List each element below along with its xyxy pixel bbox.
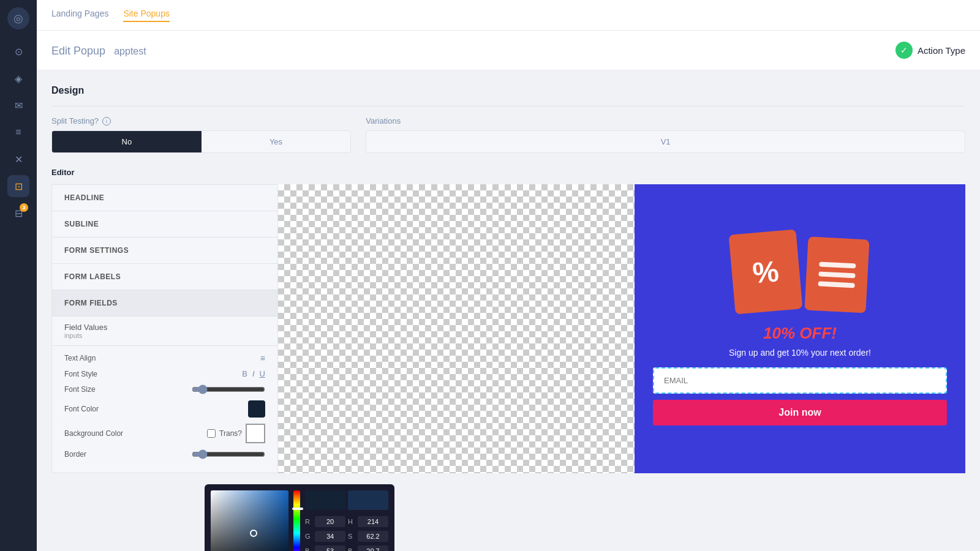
border-slider[interactable]: [192, 449, 265, 459]
b2-input[interactable]: [358, 545, 388, 551]
text-align-value: ≡: [260, 353, 265, 363]
font-style-value: B I U: [242, 369, 265, 378]
menu-form-settings[interactable]: FORM SETTINGS: [52, 238, 277, 264]
sidebar: ◎ ⊙ ◈ ✉ ≡ ✕ ⊡ ⊟ 3: [0, 0, 37, 551]
tab-landing-pages[interactable]: Landing Pages: [51, 9, 108, 22]
analytics-icon: ◈: [15, 73, 22, 84]
s-label: S: [348, 533, 355, 540]
font-style-row: Font Style B I U: [64, 369, 265, 378]
picker-dot: [250, 530, 257, 537]
split-testing-toggle: No Yes: [51, 130, 351, 153]
align-left-icon[interactable]: ≡: [260, 353, 265, 363]
logo-icon: ◎: [13, 12, 23, 25]
underline-icon[interactable]: U: [260, 369, 265, 378]
color-preview-new: [305, 490, 345, 510]
font-size-slider[interactable]: [192, 384, 265, 394]
page-header: Edit Popup apptest ✓ Action Type: [37, 31, 980, 70]
s-input[interactable]: [358, 531, 388, 542]
h-input[interactable]: [358, 516, 388, 527]
b-label: B: [305, 547, 312, 551]
bg-color-area: Trans?: [207, 424, 265, 443]
sidebar-icon-email[interactable]: ✉: [7, 94, 29, 116]
hue-indicator: [292, 508, 303, 510]
integrations-icon: ✕: [15, 154, 23, 165]
field-values-label: Field Values: [64, 323, 265, 332]
hue-slider[interactable]: [293, 490, 300, 551]
split-testing-col: Split Testing? i No Yes: [51, 116, 351, 153]
font-color-row: Font Color: [64, 400, 265, 418]
field-values-area: Field Values inputs: [52, 317, 277, 346]
border-row: Border: [64, 449, 265, 459]
sidebar-icon-pages[interactable]: ≡: [7, 121, 29, 143]
bg-color-swatch[interactable]: [246, 424, 265, 443]
font-color-swatch[interactable]: [248, 400, 265, 418]
editor-area: HEADLINE SUBLINE FORM SETTINGS FORM LABE…: [51, 184, 965, 473]
action-type-check-icon: ✓: [895, 42, 913, 59]
percent-tag: %: [729, 229, 803, 314]
editor-panel: HEADLINE SUBLINE FORM SETTINGS FORM LABE…: [51, 184, 278, 473]
split-no-button[interactable]: No: [52, 131, 202, 152]
color-gradient-area[interactable]: [211, 490, 288, 551]
background-color-row: Background Color Trans?: [64, 424, 265, 443]
line-bar-2: [818, 271, 855, 278]
popup-email-input[interactable]: [653, 367, 947, 394]
h-label: H: [348, 518, 355, 525]
sidebar-icon-analytics[interactable]: ◈: [7, 67, 29, 89]
info-icon[interactable]: i: [102, 117, 111, 126]
trans-checkbox[interactable]: [207, 429, 216, 438]
font-size-label: Font Size: [64, 385, 96, 394]
r-label: R: [305, 518, 312, 525]
variations-col: Variations V1: [366, 116, 965, 153]
popup-icon: ⊡: [15, 181, 23, 192]
color-preview-old: [348, 490, 388, 510]
page-title: Edit Popup apptest: [51, 42, 146, 58]
g-input-row: G S: [305, 531, 388, 542]
color-picker-popup: R H G S B B: [205, 484, 394, 551]
email-icon: ✉: [15, 100, 23, 111]
sidebar-icon-integrations[interactable]: ✕: [7, 148, 29, 170]
field-values-sub: inputs: [64, 332, 265, 339]
menu-headline[interactable]: HEADLINE: [52, 185, 277, 211]
split-testing-label: Split Testing? i: [51, 116, 351, 126]
action-type-label: Action Type: [918, 45, 965, 56]
preview-canvas: % 10% OFF! Sign up and get 10% your next…: [278, 184, 965, 473]
menu-subline[interactable]: SUBLINE: [52, 211, 277, 238]
menu-form-labels[interactable]: FORM LABELS: [52, 264, 277, 290]
italic-icon[interactable]: I: [252, 369, 255, 378]
picker-controls: R H G S B B: [305, 490, 388, 551]
b-input-row: B B: [305, 545, 388, 551]
popup-preview: % 10% OFF! Sign up and get 10% your next…: [635, 184, 965, 473]
split-testing-row: Split Testing? i No Yes Variations V1: [51, 116, 965, 153]
font-size-row: Font Size: [64, 384, 265, 394]
top-navigation: Landing Pages Site Popups: [37, 0, 980, 31]
variations-label: Variations: [366, 116, 965, 126]
popup-join-button[interactable]: Join now: [653, 400, 947, 425]
page-title-area: Edit Popup apptest: [51, 42, 146, 58]
sidebar-icon-dashboard[interactable]: ⊙: [7, 40, 29, 62]
sidebar-icon-popup[interactable]: ⊡: [7, 175, 29, 197]
line-bar-3: [818, 281, 854, 288]
border-label: Border: [64, 450, 86, 459]
popup-discount-text: 10% OFF!: [763, 324, 837, 343]
lines-tag: [804, 236, 869, 313]
g-label: G: [305, 533, 312, 540]
content-area: Design Split Testing? i No Yes Variation…: [37, 70, 980, 551]
g-input[interactable]: [315, 531, 345, 542]
bold-icon[interactable]: B: [242, 369, 247, 378]
background-color-label: Background Color: [64, 429, 123, 438]
design-section-title: Design: [51, 85, 965, 96]
editor-section-title: Editor: [51, 168, 965, 177]
action-type-button[interactable]: ✓ Action Type: [895, 42, 965, 59]
split-yes-button[interactable]: Yes: [202, 131, 351, 152]
dashboard-icon: ⊙: [15, 46, 23, 58]
b-input[interactable]: [315, 545, 345, 551]
r-input[interactable]: [315, 516, 345, 527]
tab-site-popups[interactable]: Site Popups: [123, 9, 170, 22]
menu-form-fields[interactable]: FORM FIELDS: [52, 290, 277, 317]
text-align-row: Text Align ≡: [64, 353, 265, 363]
b2-label: B: [348, 547, 355, 551]
sidebar-icon-notifications[interactable]: ⊟ 3: [7, 202, 29, 224]
main-content: Landing Pages Site Popups Edit Popup app…: [37, 0, 980, 551]
variation-v1[interactable]: V1: [366, 130, 965, 153]
color-preview-boxes: [305, 490, 388, 510]
